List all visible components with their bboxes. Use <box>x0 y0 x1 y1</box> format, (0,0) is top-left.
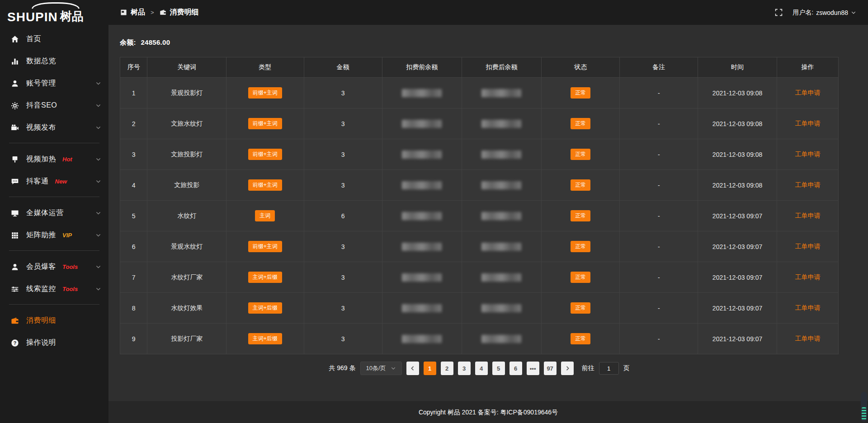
amount-cell: 3 <box>304 262 382 292</box>
sidebar-item-video-publish[interactable]: 视频发布 <box>0 117 108 139</box>
censored-balance-after <box>481 304 521 312</box>
ticket-apply-link[interactable]: 工单申请 <box>795 150 820 159</box>
type-badge: 前缀+主词 <box>248 179 282 191</box>
ticket-apply-link[interactable]: 工单申请 <box>795 273 820 282</box>
sidebar-item-account-management[interactable]: 账号管理 <box>0 72 108 94</box>
sidebar: SHUPIN 树品 首页数据总览账号管理抖音SEO视频发布视频加热Hot抖客通N… <box>0 0 108 423</box>
sidebar-item-badge: Hot <box>62 156 72 163</box>
sidebar-item-label: 账号管理 <box>26 79 56 88</box>
goto-page-input[interactable] <box>599 362 619 375</box>
pagination-total: 共 969 条 <box>329 364 355 372</box>
row-index-cell: 2 <box>120 108 147 139</box>
balance-before-cell <box>382 293 462 323</box>
time-cell: 2021-12-03 09:08 <box>698 170 777 200</box>
heat-sign-icon <box>11 155 19 164</box>
page-button-4[interactable]: 4 <box>475 362 488 375</box>
ticket-apply-link[interactable]: 工单申请 <box>795 335 820 343</box>
page-button-1[interactable]: 1 <box>424 362 436 375</box>
breadcrumb-root[interactable]: 树品 <box>131 8 145 17</box>
sidebar-item-video-heating[interactable]: 视频加热Hot <box>0 148 108 170</box>
time-cell: 2021-12-03 09:08 <box>698 78 777 108</box>
ticket-apply-link[interactable]: 工单申请 <box>795 120 820 128</box>
balance-after-cell <box>462 170 542 200</box>
corner-widget[interactable] <box>861 392 867 422</box>
page-button-3[interactable]: 3 <box>458 362 471 375</box>
type-badge: 前缀+主词 <box>248 149 282 160</box>
sidebar-item-label: 会员爆客 <box>26 262 56 272</box>
row-index-cell: 9 <box>120 324 147 354</box>
keyword-cell: 景观水纹灯 <box>147 231 226 262</box>
app-window-icon <box>120 9 127 16</box>
sidebar-item-douyin-seo[interactable]: 抖音SEO <box>0 94 108 117</box>
goto-label: 前往 <box>582 364 594 372</box>
type-cell: 前缀+主词 <box>226 231 304 262</box>
status-badge: 正常 <box>571 179 590 191</box>
next-page-button[interactable] <box>561 362 574 375</box>
chevron-down-icon <box>391 366 396 371</box>
fullscreen-icon[interactable] <box>775 9 783 16</box>
censored-balance-after <box>481 212 521 220</box>
sidebar-item-label: 消费明细 <box>26 316 56 325</box>
page-button-5[interactable]: 5 <box>492 362 505 375</box>
sidebar-item-member-burst[interactable]: 会员爆客Tools <box>0 256 108 278</box>
keyword-cell: 文旅投影 <box>147 170 226 200</box>
keyword-cell: 水纹灯 <box>147 201 226 231</box>
table-row: 8水纹灯效果主词+后缀3正常-2021-12-03 09:07工单申请 <box>120 293 838 324</box>
balance-value: 24856.00 <box>141 38 170 46</box>
balance-after-cell <box>462 324 542 354</box>
sidebar-item-label: 线索监控 <box>26 284 56 294</box>
type-badge: 主词+后缀 <box>248 302 282 314</box>
sidebar-item-douketong[interactable]: 抖客通New <box>0 170 108 193</box>
sidebar-item-matrix-boost[interactable]: 矩阵助推VIP <box>0 224 108 246</box>
censored-balance-before <box>402 89 442 97</box>
page-button-2[interactable]: 2 <box>441 362 453 375</box>
user-menu[interactable]: 用户名: zswodun88 <box>793 9 856 17</box>
chevron-right-icon <box>565 366 570 371</box>
sidebar-item-label: 全媒体运营 <box>26 208 64 218</box>
status-cell: 正常 <box>542 139 620 169</box>
chevron-down-icon <box>95 80 101 86</box>
type-cell: 主词+后缀 <box>226 324 304 354</box>
sidebar-item-operation-guide[interactable]: ?操作说明 <box>0 332 108 354</box>
status-badge: 正常 <box>571 210 590 221</box>
row-index-cell: 4 <box>120 170 147 200</box>
sidebar-item-label: 数据总览 <box>26 56 56 66</box>
remark-cell: - <box>620 293 698 323</box>
time-cell: 2021-12-03 09:07 <box>698 324 777 354</box>
ticket-apply-link[interactable]: 工单申请 <box>795 243 820 251</box>
action-cell: 工单申请 <box>777 201 838 231</box>
sidebar-item-data-overview[interactable]: 数据总览 <box>0 50 108 72</box>
ticket-apply-link[interactable]: 工单申请 <box>795 212 820 220</box>
table-row: 5水纹灯主词6正常-2021-12-03 09:07工单申请 <box>120 201 838 231</box>
ticket-apply-link[interactable]: 工单申请 <box>795 181 820 189</box>
sidebar-item-all-media-operation[interactable]: 全媒体运营 <box>0 202 108 224</box>
sidebar-item-home[interactable]: 首页 <box>0 28 108 50</box>
ticket-apply-link[interactable]: 工单申请 <box>795 304 820 312</box>
sidebar-divider <box>9 197 99 197</box>
sidebar-item-clue-monitor[interactable]: 线索监控Tools <box>0 278 108 300</box>
sidebar-divider <box>9 304 99 305</box>
status-cell: 正常 <box>542 293 620 323</box>
prev-page-button[interactable] <box>406 362 419 375</box>
keyword-cell: 文旅水纹灯 <box>147 108 226 139</box>
sidebar-nav: 首页数据总览账号管理抖音SEO视频发布视频加热Hot抖客通New全媒体运营矩阵助… <box>0 28 108 354</box>
sidebar-item-consumption-detail[interactable]: 消费明细 <box>0 310 108 332</box>
time-cell: 2021-12-03 09:07 <box>698 231 777 262</box>
ticket-apply-link[interactable]: 工单申请 <box>795 89 820 97</box>
grid-icon <box>11 231 19 240</box>
page-button-97[interactable]: 97 <box>544 362 557 375</box>
page-buttons: 123456•••97 <box>424 362 557 375</box>
balance-before-cell <box>382 262 462 292</box>
action-cell: 工单申请 <box>777 170 838 200</box>
home-icon <box>11 35 19 43</box>
page-size-select[interactable]: 10条/页 <box>360 362 402 375</box>
row-index-cell: 6 <box>120 231 147 262</box>
status-badge: 正常 <box>571 302 590 314</box>
more-pages-button[interactable]: ••• <box>527 362 539 375</box>
column-header: 关键词 <box>147 57 226 77</box>
sidebar-item-label: 矩阵助推 <box>26 230 56 240</box>
copyright-text: Copyright 树品 2021 备案号: 粤ICP备09019646号 <box>419 409 558 417</box>
logo-arc <box>32 2 80 9</box>
sidebar-item-label: 抖音SEO <box>26 101 57 110</box>
page-button-6[interactable]: 6 <box>509 362 522 375</box>
